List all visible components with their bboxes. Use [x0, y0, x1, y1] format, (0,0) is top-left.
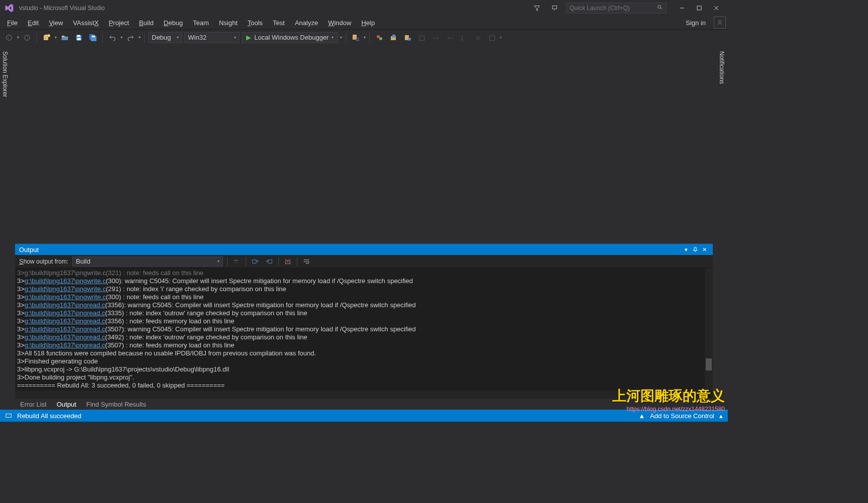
- prev-message-icon: [232, 257, 242, 267]
- output-line: 3>Finished generating code: [17, 357, 711, 365]
- notifications-tab[interactable]: Notifications: [717, 48, 727, 87]
- output-hscrollbar[interactable]: [15, 391, 705, 399]
- output-panel: Output ▾ ✕ Show output from: Build▾ 3>g:…: [15, 243, 713, 399]
- quick-launch-input[interactable]: [570, 5, 657, 12]
- menu-vassistx[interactable]: VAssistX: [68, 18, 103, 28]
- tool-icon-6: [444, 32, 456, 44]
- menu-project[interactable]: Project: [103, 18, 134, 28]
- output-line: 3>g:\build\lpng1637\pngread.c(3492) : no…: [17, 333, 711, 341]
- menubar: FileEditViewVAssistXProjectBuildDebugTea…: [0, 16, 728, 29]
- svg-rect-20: [234, 260, 239, 261]
- tool-icon-2[interactable]: [387, 32, 399, 44]
- menu-analyze[interactable]: Analyze: [290, 18, 323, 28]
- window-position-icon[interactable]: ▾: [682, 245, 691, 254]
- tool-icon-1[interactable]: [373, 32, 385, 44]
- svg-point-3: [719, 21, 721, 23]
- show-output-from-label: Show output from:: [19, 258, 68, 265]
- tool-icon-9: [486, 32, 498, 44]
- output-vscrollbar[interactable]: [705, 268, 713, 391]
- output-line: 3>g:\build\lpng1637\pngread.c(3356) : no…: [17, 317, 711, 325]
- nav-back-icon[interactable]: [3, 32, 15, 44]
- word-wrap-icon[interactable]: [301, 257, 311, 267]
- output-title-label: Output: [19, 246, 39, 254]
- scroll-thumb[interactable]: [706, 358, 712, 370]
- nav-fwd-icon[interactable]: [21, 32, 33, 44]
- output-line: 3>g:\build\lpng1637\pngwrite.c(300) : no…: [17, 293, 711, 301]
- menu-file[interactable]: File: [2, 18, 23, 28]
- menu-view[interactable]: View: [44, 18, 68, 28]
- pin-icon[interactable]: [691, 245, 700, 254]
- new-project-icon[interactable]: [41, 32, 53, 44]
- menu-help[interactable]: Help: [356, 18, 380, 28]
- svg-point-13: [377, 35, 380, 38]
- quick-launch[interactable]: [566, 3, 667, 14]
- save-all-icon[interactable]: [87, 32, 99, 44]
- right-sidebar: Notifications: [717, 45, 728, 243]
- bottom-tab-output[interactable]: Output: [52, 400, 81, 409]
- menu-edit[interactable]: Edit: [23, 18, 44, 28]
- output-titlebar[interactable]: Output ▾ ✕: [15, 244, 713, 255]
- svg-rect-10: [92, 36, 95, 37]
- add-source-control[interactable]: Add to Source Control: [650, 412, 714, 420]
- maximize-button[interactable]: [691, 2, 708, 14]
- output-line: 3>All 518 functions were compiled becaus…: [17, 349, 711, 357]
- menu-test[interactable]: Test: [268, 18, 290, 28]
- bottom-tab-find-symbol-results[interactable]: Find Symbol Results: [81, 400, 151, 409]
- goto-next-icon[interactable]: [264, 257, 274, 267]
- start-debug-button[interactable]: ▶ Local Windows Debugger ▾: [242, 32, 338, 43]
- undo-icon[interactable]: [106, 32, 119, 44]
- sign-in-link[interactable]: Sign in: [681, 18, 711, 28]
- goto-prev-icon[interactable]: [250, 257, 260, 267]
- close-button[interactable]: [708, 2, 725, 14]
- svg-rect-21: [253, 260, 256, 263]
- toolbar: ▾ ▾ ▾ ▾ Debug▾ Win32▾ ▶ Local Windows De…: [0, 29, 728, 45]
- output-source-selector[interactable]: Build▾: [72, 257, 223, 267]
- solution-explorer-tab[interactable]: Solution Explorer: [0, 48, 10, 100]
- menu-tools[interactable]: Tools: [243, 18, 268, 28]
- output-line: 3>g:\build\lpng1637\pngread.c(3507): war…: [17, 325, 711, 333]
- output-line: ========== Rebuild All: 3 succeeded, 0 f…: [17, 382, 711, 390]
- main-area: Solution Explorer Notifications: [0, 45, 728, 243]
- save-icon[interactable]: [73, 32, 85, 44]
- output-line: 3>libpng.vcxproj -> G:\Build\lpng1637\pr…: [17, 365, 711, 373]
- filter-icon[interactable]: [530, 1, 544, 15]
- bottom-tab-error-list[interactable]: Error List: [15, 400, 52, 409]
- svg-rect-22: [268, 260, 272, 263]
- svg-rect-9: [77, 38, 81, 40]
- open-icon[interactable]: [59, 32, 71, 44]
- menu-team[interactable]: Team: [188, 18, 214, 28]
- tool-icon-3[interactable]: [401, 32, 413, 44]
- search-icon: [657, 5, 663, 12]
- output-line: 3>Done building project "libpng.vcxproj"…: [17, 373, 711, 382]
- menu-debug[interactable]: Debug: [159, 18, 188, 28]
- status-build-icon: [5, 412, 12, 420]
- tool-icon-4: [415, 32, 427, 44]
- output-line: 3>g:\build\lpng1637\pngread.c(3335) : no…: [17, 309, 711, 317]
- close-panel-icon[interactable]: ✕: [700, 245, 709, 254]
- svg-point-14: [379, 37, 382, 40]
- redo-icon[interactable]: [125, 32, 137, 44]
- minimize-button[interactable]: [674, 2, 691, 14]
- menu-build[interactable]: Build: [134, 18, 159, 28]
- output-line: 3>g:\build\lpng1637\pngwrite.c(300): war…: [17, 277, 711, 285]
- platform-selector[interactable]: Win32▾: [184, 32, 240, 43]
- clear-all-icon[interactable]: [283, 257, 293, 267]
- editor-area: [11, 45, 728, 243]
- output-text[interactable]: 3>g:\build\lpng1637\pngwrite.c(321) : no…: [15, 268, 713, 399]
- menu-nsight[interactable]: Nsight: [214, 18, 243, 28]
- svg-point-18: [408, 38, 411, 41]
- feedback-icon[interactable]: [548, 1, 562, 15]
- svg-rect-19: [490, 36, 495, 41]
- menu-window[interactable]: Window: [323, 18, 356, 28]
- user-icon[interactable]: [714, 17, 726, 29]
- svg-point-1: [658, 5, 661, 8]
- svg-rect-2: [697, 6, 701, 10]
- source-control-icon[interactable]: ▲: [638, 412, 645, 420]
- find-in-files-icon[interactable]: [350, 32, 362, 44]
- svg-rect-16: [392, 35, 395, 38]
- titlebar: vstudio - Microsoft Visual Studio: [0, 0, 728, 16]
- left-sidebar: Solution Explorer: [0, 45, 11, 243]
- config-selector[interactable]: Debug▾: [148, 32, 182, 43]
- svg-rect-0: [553, 6, 557, 9]
- tool-icon-7: [458, 32, 470, 44]
